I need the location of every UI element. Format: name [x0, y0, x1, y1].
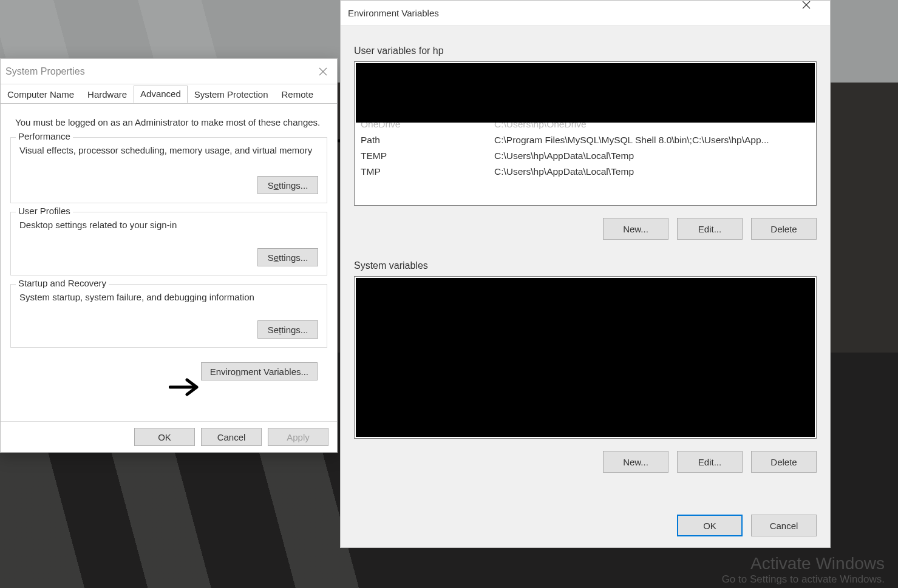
sys-edit-button[interactable]: Edit... [677, 451, 743, 473]
group-user-profiles-desc: Desktop settings related to your sign-in [19, 220, 318, 230]
sysprops-footer: OK Cancel Apply [1, 421, 337, 452]
envdlg-footer: OK Cancel [677, 515, 817, 536]
envdlg-title: Environment Variables [348, 8, 439, 18]
var-value: C:\Program Files\MySQL\MySQL Shell 8.0\b… [494, 132, 816, 148]
envdlg-cancel-button[interactable]: Cancel [751, 515, 817, 536]
environment-variables-dialog: Environment Variables User variables for… [340, 0, 831, 548]
user-delete-button[interactable]: Delete [751, 218, 817, 240]
table-row[interactable]: TEMP C:\Users\hp\AppData\Local\Temp [355, 148, 816, 164]
admin-note: You must be logged on as an Administrato… [15, 117, 322, 127]
sys-delete-button[interactable]: Delete [751, 451, 817, 473]
var-value: C:\Users\hp\AppData\Local\Temp [494, 148, 816, 164]
tab-system-protection[interactable]: System Protection [188, 86, 275, 104]
var-name: TMP [361, 164, 494, 180]
envdlg-body: User variables for hp OneDrive C:\Users\… [341, 26, 830, 547]
sysprops-body: You must be logged on as an Administrato… [1, 104, 337, 389]
envdlg-close-button[interactable] [802, 1, 830, 26]
performance-settings-button[interactable]: Settings... [257, 176, 318, 194]
tab-remote[interactable]: Remote [275, 86, 321, 104]
close-icon [319, 67, 327, 76]
user-profiles-settings-button[interactable]: Settings... [257, 248, 318, 266]
envdlg-titlebar: Environment Variables [341, 1, 830, 26]
group-startup-label: Startup and Recovery [16, 278, 109, 288]
var-value: C:\Users\hp\AppData\Local\Temp [494, 164, 816, 180]
redacted-system-vars [356, 278, 815, 437]
sys-vars-label: System variables [354, 260, 817, 271]
close-icon [802, 1, 811, 9]
group-user-profiles-label: User Profiles [16, 206, 73, 216]
group-performance: Performance Visual effects, processor sc… [10, 137, 327, 203]
table-row[interactable]: TMP C:\Users\hp\AppData\Local\Temp [355, 164, 816, 180]
environment-variables-button[interactable]: Environment Variables... [201, 362, 318, 380]
sysprops-apply-button[interactable]: Apply [268, 428, 328, 446]
tab-hardware[interactable]: Hardware [81, 86, 134, 104]
sys-vars-buttons: New... Edit... Delete [354, 451, 817, 473]
var-name: TEMP [361, 148, 494, 164]
user-new-button[interactable]: New... [603, 218, 668, 240]
group-startup-recovery: Startup and Recovery System startup, sys… [10, 284, 327, 348]
redacted-user-vars [356, 63, 815, 123]
user-vars-buttons: New... Edit... Delete [354, 218, 817, 240]
sysprops-titlebar: System Properties [1, 59, 337, 84]
group-startup-desc: System startup, system failure, and debu… [19, 292, 318, 302]
tab-advanced[interactable]: Advanced [134, 86, 188, 103]
table-row[interactable]: Path C:\Program Files\MySQL\MySQL Shell … [355, 132, 816, 148]
group-performance-desc: Visual effects, processor scheduling, me… [19, 145, 318, 155]
startup-settings-button[interactable]: Settings... [257, 320, 318, 339]
sysprops-tabs: Computer Name Hardware Advanced System P… [1, 84, 337, 104]
sysprops-cancel-button[interactable]: Cancel [201, 428, 262, 446]
sysprops-title: System Properties [5, 66, 85, 77]
sys-new-button[interactable]: New... [603, 451, 668, 473]
tab-computer-name[interactable]: Computer Name [1, 86, 81, 104]
group-user-profiles: User Profiles Desktop settings related t… [10, 212, 327, 275]
user-vars-listbox[interactable]: OneDrive C:\Users\hp\OneDrive Path C:\Pr… [354, 61, 817, 206]
var-name: Path [361, 132, 494, 148]
system-vars-listbox[interactable] [354, 276, 817, 439]
envdlg-ok-button[interactable]: OK [677, 515, 743, 536]
arrow-annotation-1 [169, 376, 205, 398]
sysprops-close-button[interactable] [309, 59, 337, 84]
user-edit-button[interactable]: Edit... [677, 218, 743, 240]
user-vars-label: User variables for hp [354, 46, 817, 56]
group-performance-label: Performance [16, 131, 73, 141]
sysprops-ok-button[interactable]: OK [134, 428, 195, 446]
